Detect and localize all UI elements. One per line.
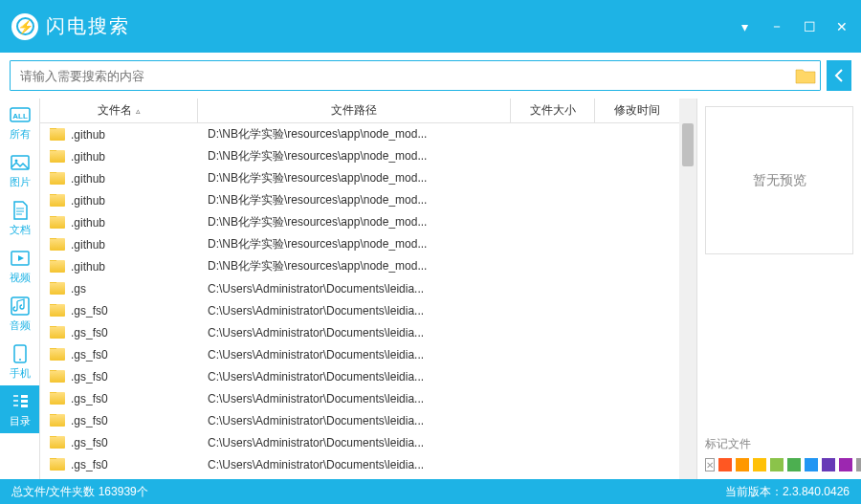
folder-icon	[50, 392, 65, 405]
document-icon	[10, 200, 31, 221]
folder-icon	[50, 260, 65, 273]
vertical-scrollbar[interactable]	[679, 99, 696, 479]
file-name: .gs_fs0	[71, 304, 108, 318]
tag-color[interactable]	[753, 458, 766, 471]
status-version: 当前版本：2.3.840.0426	[725, 484, 850, 500]
file-rows: .githubD:\NB化学实验\resources\app\node_mod.…	[40, 123, 679, 479]
file-name: .github	[71, 128, 105, 142]
scroll-thumb[interactable]	[682, 123, 694, 166]
table-row[interactable]: .githubD:\NB化学实验\resources\app\node_mod.…	[40, 255, 679, 277]
folder-icon	[50, 370, 65, 383]
file-path: C:\Users\Administrator\Documents\leidia.…	[198, 414, 511, 427]
svg-text:ALL: ALL	[12, 112, 28, 121]
table-row[interactable]: .githubD:\NB化学实验\resources\app\node_mod.…	[40, 211, 679, 233]
table-row[interactable]: .githubD:\NB化学实验\resources\app\node_mod.…	[40, 167, 679, 189]
status-count-label: 总文件/文件夹数 163939个	[11, 484, 148, 500]
folder-icon	[50, 150, 65, 163]
file-path: D:\NB化学实验\resources\app\node_mod...	[198, 258, 511, 274]
sidebar-item-video[interactable]: 视频	[0, 242, 39, 290]
table-row[interactable]: .gs_fs0C:\Users\Administrator\Documents\…	[40, 387, 679, 409]
browse-folder-button[interactable]	[791, 61, 820, 90]
all-icon: ALL	[10, 104, 31, 125]
tag-color[interactable]	[822, 458, 835, 471]
column-header-date[interactable]: 修改时间	[595, 99, 679, 122]
tag-color[interactable]	[787, 458, 801, 471]
sidebar-item-phone[interactable]: 手机	[0, 338, 39, 385]
sidebar-item-doc[interactable]: 文档	[0, 194, 39, 242]
table-row[interactable]: .githubD:\NB化学实验\resources\app\node_mod.…	[40, 189, 679, 211]
file-name: .github	[71, 260, 105, 274]
file-name: .gs_fs0	[71, 414, 108, 427]
minimize-button[interactable]: －	[769, 19, 784, 34]
file-name: .gs_fs0	[71, 392, 108, 405]
search-box	[10, 60, 821, 91]
file-name: .github	[71, 194, 105, 208]
table-row[interactable]: .gs_fs0C:\Users\Administrator\Documents\…	[40, 453, 679, 475]
table-row[interactable]: .githubD:\NB化学实验\resources\app\node_mod.…	[40, 233, 679, 255]
tag-label: 标记文件	[705, 436, 853, 452]
file-name: .gs	[71, 282, 86, 296]
folder-list-icon	[10, 391, 31, 412]
sidebar-item-all[interactable]: ALL 所有	[0, 99, 39, 146]
column-header-name[interactable]: 文件名▵	[40, 99, 198, 122]
lightning-logo-icon	[11, 13, 38, 40]
file-name: .gs_fs0	[71, 326, 108, 340]
svg-rect-9	[21, 400, 28, 403]
folder-icon	[50, 436, 65, 449]
svg-rect-8	[21, 395, 28, 398]
column-header-row: 文件名▵ 文件路径 文件大小 修改时间	[40, 99, 679, 123]
tag-color[interactable]	[736, 458, 749, 471]
column-header-size[interactable]: 文件大小	[511, 99, 595, 122]
tag-color[interactable]	[805, 458, 818, 471]
menu-dropdown-icon[interactable]: ▾	[737, 19, 752, 34]
file-path: D:\NB化学实验\resources\app\node_mod...	[198, 236, 511, 252]
folder-icon	[795, 67, 816, 84]
folder-icon	[50, 216, 65, 229]
file-name: .gs_fs0	[71, 348, 108, 362]
table-row[interactable]: .gs_fs0C:\Users\Administrator\Documents\…	[40, 321, 679, 343]
tag-clear-button[interactable]: ✕	[705, 458, 715, 471]
table-row[interactable]: .gsC:\Users\Administrator\Documents\leid…	[40, 277, 679, 299]
tag-color[interactable]	[770, 458, 784, 471]
toggle-preview-button[interactable]	[827, 60, 851, 91]
table-row[interactable]: .gs_fs0C:\Users\Administrator\Documents\…	[40, 409, 679, 431]
table-row[interactable]: .githubD:\NB化学实验\resources\app\node_mod.…	[40, 123, 679, 145]
video-icon	[10, 248, 31, 269]
file-path: C:\Users\Administrator\Documents\leidia.…	[198, 348, 511, 362]
file-path: C:\Users\Administrator\Documents\leidia.…	[198, 458, 511, 471]
tag-color[interactable]	[718, 458, 732, 471]
chevron-left-icon	[834, 69, 844, 82]
file-path: C:\Users\Administrator\Documents\leidia.…	[198, 392, 511, 405]
preview-panel: 暂无预览 标记文件 ✕	[696, 99, 861, 479]
app-logo: 闪电搜索	[11, 13, 130, 40]
file-path: C:\Users\Administrator\Documents\leidia.…	[198, 304, 511, 318]
column-header-path[interactable]: 文件路径	[198, 99, 511, 122]
file-path: D:\NB化学实验\resources\app\node_mod...	[198, 126, 511, 142]
file-name: .gs_fs0	[71, 458, 108, 471]
folder-icon	[50, 128, 65, 141]
folder-icon	[50, 238, 65, 251]
category-sidebar: ALL 所有 图片 文档 视频 音频 手机 目录	[0, 99, 40, 479]
maximize-button[interactable]: ☐	[802, 19, 817, 34]
close-button[interactable]: ✕	[834, 19, 850, 34]
file-name: .gs_fs0	[71, 370, 108, 383]
app-title: 闪电搜索	[46, 13, 130, 39]
sidebar-item-image[interactable]: 图片	[0, 146, 39, 194]
tag-color[interactable]	[856, 458, 861, 471]
table-row[interactable]: .gs_fs0C:\Users\Administrator\Documents\…	[40, 343, 679, 365]
file-name: .github	[71, 216, 105, 230]
table-row[interactable]: .gs_fs0C:\Users\Administrator\Documents\…	[40, 365, 679, 387]
tag-color[interactable]	[839, 458, 852, 471]
title-bar: 闪电搜索 ▾ － ☐ ✕	[0, 0, 861, 53]
search-bar	[0, 53, 861, 99]
sidebar-item-folder[interactable]: 目录	[0, 385, 39, 433]
file-name: .github	[71, 150, 105, 164]
table-row[interactable]: .githubD:\NB化学实验\resources\app\node_mod.…	[40, 145, 679, 167]
phone-icon	[10, 343, 31, 364]
search-input[interactable]	[11, 69, 791, 83]
table-row[interactable]: .gs_fs0C:\Users\Administrator\Documents\…	[40, 299, 679, 321]
folder-icon	[50, 414, 65, 427]
sidebar-item-audio[interactable]: 音频	[0, 290, 39, 338]
table-row[interactable]: .gs_fs0C:\Users\Administrator\Documents\…	[40, 431, 679, 453]
preview-empty: 暂无预览	[705, 106, 853, 254]
